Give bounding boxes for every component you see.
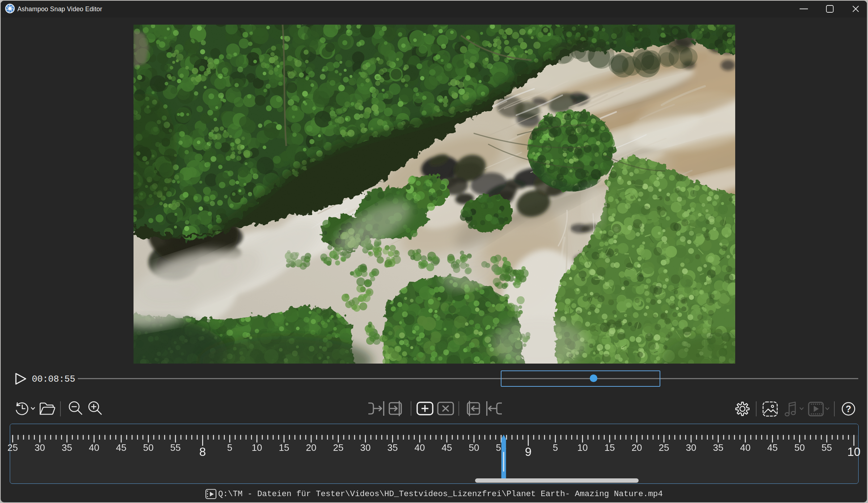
svg-text:20: 20 [306, 442, 317, 453]
svg-text:5: 5 [227, 442, 232, 453]
svg-text:9: 9 [525, 445, 532, 458]
svg-text:45: 45 [767, 442, 778, 453]
svg-text:50: 50 [795, 442, 805, 453]
svg-text:30: 30 [35, 442, 45, 453]
svg-text:55: 55 [822, 442, 832, 453]
svg-text:40: 40 [415, 442, 425, 453]
svg-text:50: 50 [143, 442, 154, 453]
svg-text:45: 45 [116, 442, 127, 453]
svg-text:10: 10 [577, 442, 588, 453]
svg-text:30: 30 [686, 442, 696, 453]
svg-text:15: 15 [279, 442, 289, 453]
svg-text:20: 20 [632, 442, 642, 453]
svg-text:25: 25 [659, 442, 669, 453]
svg-text:25: 25 [8, 442, 18, 453]
svg-text:10: 10 [847, 445, 861, 458]
svg-text:35: 35 [713, 442, 724, 453]
svg-text:35: 35 [388, 442, 398, 453]
svg-text:45: 45 [442, 442, 452, 453]
svg-text:35: 35 [62, 442, 72, 453]
svg-text:15: 15 [605, 442, 615, 453]
svg-text:25: 25 [333, 442, 344, 453]
svg-text:10: 10 [252, 442, 262, 453]
svg-text:55: 55 [170, 442, 181, 453]
svg-text:40: 40 [740, 442, 751, 453]
svg-text:8: 8 [199, 445, 206, 458]
svg-text:5: 5 [553, 442, 558, 453]
svg-text:30: 30 [360, 442, 371, 453]
svg-text:50: 50 [469, 442, 479, 453]
svg-text:40: 40 [89, 442, 99, 453]
